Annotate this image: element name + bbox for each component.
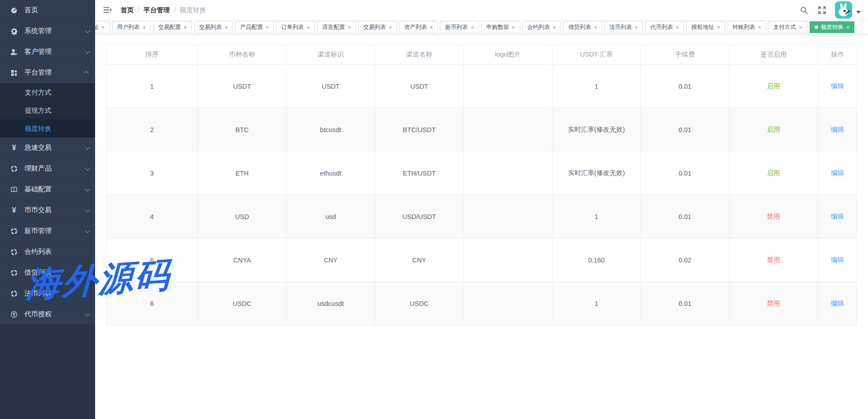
caret-down-icon[interactable] xyxy=(856,11,861,14)
cell-status: 启用 xyxy=(729,108,818,152)
tab-close-icon[interactable]: × xyxy=(799,24,802,30)
cell-coin: ETH xyxy=(198,152,287,195)
sidebar-item-平台管理[interactable]: 平台管理 xyxy=(0,62,95,83)
col-header-coin: 币种名称 xyxy=(198,45,287,65)
tab-额度转换[interactable]: 额度转换× xyxy=(810,21,855,33)
sidebar-item-代币授权[interactable]: 代币授权 xyxy=(0,304,95,325)
tab-交易列表[interactable]: 交易列表× xyxy=(358,21,397,33)
tab-close-icon[interactable]: × xyxy=(635,24,638,30)
tab-close-icon[interactable]: × xyxy=(470,24,474,30)
tab-用户列表[interactable]: 用户列表× xyxy=(112,21,151,33)
submenu-item-支付方式[interactable]: 支付方式 xyxy=(0,83,95,101)
tab-close-icon[interactable]: × xyxy=(430,24,433,30)
tab-close-icon[interactable]: × xyxy=(512,24,515,30)
cell-logo xyxy=(464,282,552,325)
sidebar-item-label: 法币列表 xyxy=(24,289,89,298)
sidebar-item-新币管理[interactable]: 新币管理 xyxy=(0,221,95,242)
tab-地址[interactable]: 地址× xyxy=(95,21,110,33)
table-header-row: 排序 币种名称 渠道标识 渠道名称 logo图片 USDT 汇率 手续费 是否启… xyxy=(106,45,857,65)
avatar[interactable] xyxy=(835,1,852,19)
tab-label: 订单列表 xyxy=(281,24,304,31)
breadcrumb-home[interactable]: 首页 xyxy=(120,6,134,14)
tab-label: 转账列表 xyxy=(733,24,755,31)
tab-代币列表[interactable]: 代币列表× xyxy=(645,21,684,33)
edit-button[interactable]: 编辑 xyxy=(831,169,844,176)
sidebar-item-合约列表[interactable]: 合约列表 xyxy=(0,242,95,262)
top-navbar: 首页 / 平台管理 / 额度转换 xyxy=(95,0,868,20)
table-row: 1USDTUSDTUSDT10.01启用编辑 xyxy=(106,65,857,108)
cell-sort: 4 xyxy=(106,195,198,238)
tab-close-icon[interactable]: × xyxy=(183,24,187,30)
tab-法币列表[interactable]: 法币列表× xyxy=(604,21,643,33)
chevron-down-icon xyxy=(85,165,90,170)
chevron-down-icon xyxy=(85,144,90,149)
sidebar-item-急速交易[interactable]: ¥急速交易 xyxy=(0,138,95,158)
submenu-item-提现方式[interactable]: 提现方式 xyxy=(0,101,95,119)
tab-close-icon[interactable]: × xyxy=(388,24,392,30)
cell-fee: 0.01 xyxy=(641,195,729,238)
sidebar-item-借贷列表[interactable]: 借贷列表 xyxy=(0,262,95,283)
sidebar-item-首页[interactable]: 首页 xyxy=(0,0,95,21)
search-icon[interactable] xyxy=(797,3,810,17)
cell-coin: USD xyxy=(198,195,287,238)
edit-button[interactable]: 编辑 xyxy=(831,82,844,90)
tab-交易配置[interactable]: 交易配置× xyxy=(153,21,192,33)
col-header-rate: USDT 汇率 xyxy=(552,45,641,65)
edit-button[interactable]: 编辑 xyxy=(831,300,844,307)
cell-code: ethusdt xyxy=(286,152,375,195)
submenu-平台管理: 支付方式提现方式额度转换 xyxy=(0,83,95,138)
tab-支付方式[interactable]: 支付方式× xyxy=(768,21,807,33)
tab-close-icon[interactable]: × xyxy=(594,24,597,30)
sidebar-item-客户管理[interactable]: 客户管理 xyxy=(0,42,95,62)
tab-资产列表[interactable]: 资产列表× xyxy=(399,21,438,33)
cell-code: CNY xyxy=(286,238,375,282)
edit-button[interactable]: 编辑 xyxy=(831,126,844,133)
tab-close-icon[interactable]: × xyxy=(348,24,351,30)
col-header-enabled: 是否启用 xyxy=(729,45,818,65)
cell-status: 禁用 xyxy=(729,238,818,282)
tab-交易列表[interactable]: 交易列表× xyxy=(194,21,233,33)
table-row: 3ETHethusdtETH/USDT实时汇率(修改无效)0.01启用编辑 xyxy=(106,152,857,195)
ring-icon xyxy=(9,289,19,298)
sidebar-item-法币列表[interactable]: 法币列表 xyxy=(0,283,95,304)
tab-close-icon[interactable]: × xyxy=(758,24,762,30)
tab-close-icon[interactable]: × xyxy=(553,24,556,30)
sidebar-item-基础配置[interactable]: 基础配置 xyxy=(0,179,95,200)
tab-close-icon[interactable]: × xyxy=(143,24,146,30)
tab-转账列表[interactable]: 转账列表× xyxy=(728,21,767,33)
chevron-down-icon xyxy=(85,228,90,233)
cell-code: btcusdt xyxy=(286,108,375,152)
edit-button[interactable]: 编辑 xyxy=(831,213,844,220)
breadcrumb-platform[interactable]: 平台管理 xyxy=(144,6,170,14)
tab-申购数据[interactable]: 申购数据× xyxy=(481,21,520,33)
tab-新币列表[interactable]: 新币列表× xyxy=(440,21,479,33)
tab-close-icon[interactable]: × xyxy=(307,24,310,30)
cell-action: 编辑 xyxy=(818,282,857,325)
tab-label: 交易列表 xyxy=(199,24,222,31)
tab-close-icon[interactable]: × xyxy=(676,24,679,30)
tab-产品配置[interactable]: 产品配置× xyxy=(235,21,274,33)
tab-合约列表[interactable]: 合约列表× xyxy=(523,21,561,33)
tab-语言配置[interactable]: 语言配置× xyxy=(317,21,356,33)
tab-close-icon[interactable]: × xyxy=(265,24,269,30)
sidebar-item-理财产品[interactable]: 理财产品 xyxy=(0,158,95,179)
edit-button[interactable]: 编辑 xyxy=(831,256,844,263)
cell-logo xyxy=(464,195,552,238)
tab-授权地址[interactable]: 授权地址× xyxy=(686,21,725,33)
tab-借贷列表[interactable]: 借贷列表× xyxy=(563,21,602,33)
submenu-item-额度转换[interactable]: 额度转换 xyxy=(0,119,95,138)
cell-name: USDC xyxy=(375,282,464,325)
tab-close-icon[interactable]: × xyxy=(101,24,105,30)
tab-close-icon[interactable]: × xyxy=(846,24,850,30)
cell-code: USDT xyxy=(286,65,375,108)
sidebar-item-币币交易[interactable]: ¥币币交易 xyxy=(0,200,95,221)
breadcrumb: 首页 / 平台管理 / 额度转换 xyxy=(120,6,206,14)
tab-订单列表[interactable]: 订单列表× xyxy=(276,21,315,33)
fullscreen-icon[interactable] xyxy=(815,3,829,17)
tab-label: 法币列表 xyxy=(609,24,632,31)
sidebar-item-系统管理[interactable]: 系统管理 xyxy=(0,21,95,42)
tab-close-icon[interactable]: × xyxy=(225,24,228,30)
hamburger-icon[interactable] xyxy=(101,4,113,16)
cell-action: 编辑 xyxy=(818,195,857,238)
tab-close-icon[interactable]: × xyxy=(717,24,720,30)
